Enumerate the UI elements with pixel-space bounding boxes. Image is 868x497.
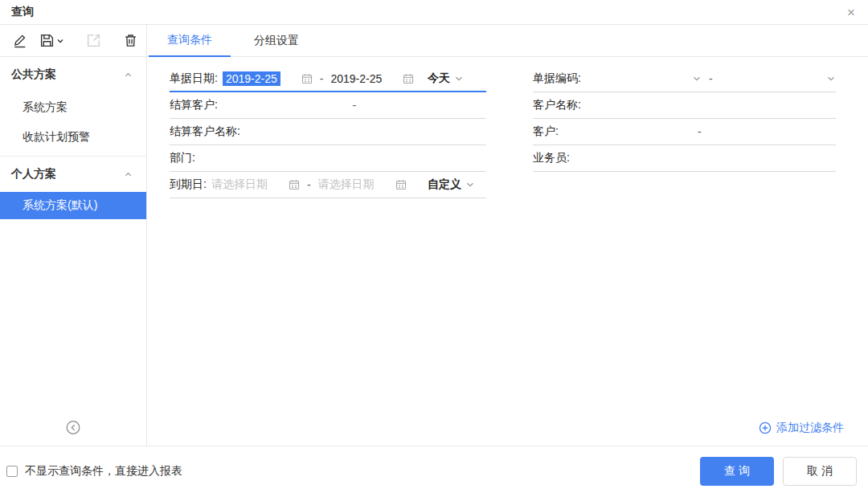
- sidebar-item-collection-plan-warning[interactable]: 收款计划预警: [0, 122, 146, 152]
- field-label: 单据日期:: [170, 71, 218, 86]
- form-row-bill-code: 单据编码: -: [533, 66, 836, 92]
- customer-to-input[interactable]: [709, 119, 836, 145]
- query-condition-form: 单据日期: 2019-2-25 - 2019-2-25: [147, 57, 868, 421]
- field-label: 客户:: [533, 124, 559, 139]
- field-label: 客户名称:: [533, 98, 581, 112]
- field-label: 结算客户:: [170, 98, 218, 112]
- sidebar-item-label: 系统方案(默认): [23, 198, 97, 213]
- chevron-down-icon[interactable]: [454, 74, 464, 84]
- add-filter-row: 添加过滤条件: [147, 421, 868, 446]
- settle-customer-from-input[interactable]: [223, 92, 346, 118]
- add-filter-label: 添加过滤条件: [776, 421, 844, 435]
- bill-date-to-input[interactable]: 2019-2-25: [330, 72, 382, 85]
- tab-group-settings[interactable]: 分组设置: [235, 25, 317, 57]
- tab-query-conditions[interactable]: 查询条件: [149, 25, 231, 57]
- field-label: 单据编码:: [533, 71, 581, 86]
- settle-customer-name-input[interactable]: [245, 119, 486, 145]
- skip-conditions-option[interactable]: 不显示查询条件，直接进入报表: [6, 464, 182, 479]
- sidebar-group-label: 个人方案: [11, 167, 56, 181]
- date-preset-select[interactable]: 今天: [428, 71, 450, 86]
- save-icon[interactable]: [39, 33, 64, 48]
- calendar-icon[interactable]: [403, 73, 414, 84]
- scheme-sidebar: 公共方案 系统方案 收款计划预警 个人方案 系统方案(默认): [0, 25, 147, 446]
- due-date-from-input[interactable]: 请选择日期: [211, 177, 268, 192]
- form-row-due-date: 到期日: 请选择日期 - 请选择日期: [170, 172, 486, 198]
- bill-code-to-select[interactable]: [720, 66, 836, 92]
- range-separator: -: [300, 178, 318, 191]
- form-left-column: 单据日期: 2019-2-25 - 2019-2-25: [170, 66, 486, 198]
- range-separator: -: [313, 72, 331, 85]
- form-row-settle-customer-name: 结算客户名称:: [170, 119, 486, 145]
- dialog-footer: 不显示查询条件，直接进入报表 查 询 取 消: [0, 446, 868, 496]
- sidebar-item-label: 系统方案: [23, 100, 68, 115]
- tab-label: 查询条件: [167, 33, 212, 47]
- range-separator: -: [702, 72, 720, 85]
- form-row-salesman: 业务员:: [533, 145, 836, 172]
- field-label: 部门:: [170, 151, 195, 165]
- range-separator: -: [690, 125, 709, 138]
- bill-code-from-select[interactable]: [586, 66, 702, 92]
- page-title: 查询: [11, 5, 34, 19]
- form-row-customer-name: 客户名称:: [533, 92, 836, 119]
- settle-customer-to-input[interactable]: [363, 92, 486, 118]
- sidebar-item-system-scheme[interactable]: 系统方案: [0, 92, 146, 122]
- calendar-icon[interactable]: [289, 179, 300, 190]
- chevron-down-icon: [56, 37, 64, 45]
- chevron-down-icon[interactable]: [465, 180, 475, 189]
- date-preset-select[interactable]: 自定义: [428, 177, 461, 192]
- form-row-settle-customer: 结算客户: -: [170, 92, 486, 119]
- add-filter-link[interactable]: 添加过滤条件: [759, 421, 844, 435]
- chevron-down-icon[interactable]: [692, 74, 702, 84]
- range-separator: -: [346, 99, 364, 112]
- tab-label: 分组设置: [254, 34, 299, 48]
- field-label: 结算客户名称:: [170, 124, 240, 139]
- customer-from-input[interactable]: [563, 119, 690, 145]
- footer-buttons: 查 询 取 消: [700, 457, 857, 486]
- circle-plus-icon: [759, 422, 772, 434]
- chevron-down-icon[interactable]: [826, 74, 836, 84]
- query-button[interactable]: 查 询: [700, 457, 774, 486]
- tab-bar: 查询条件 分组设置: [147, 25, 868, 57]
- dialog-titlebar: 查询 ×: [0, 0, 868, 25]
- form-row-department: 部门:: [170, 145, 486, 172]
- delete-icon[interactable]: [123, 33, 138, 48]
- form-right-column: 单据编码: -: [533, 66, 836, 172]
- close-icon[interactable]: ×: [847, 6, 855, 19]
- cancel-button[interactable]: 取 消: [783, 457, 857, 486]
- calendar-icon[interactable]: [395, 179, 407, 190]
- edit-icon[interactable]: [12, 33, 27, 48]
- collapse-sidebar-icon[interactable]: [66, 420, 81, 435]
- skip-conditions-checkbox[interactable]: [6, 466, 18, 477]
- customer-name-input[interactable]: [586, 92, 836, 118]
- sidebar-group-public-schemes[interactable]: 公共方案: [0, 57, 146, 92]
- salesman-input[interactable]: [575, 145, 836, 171]
- sidebar-item-system-scheme-default[interactable]: 系统方案(默认): [0, 192, 146, 219]
- export-icon: [86, 33, 101, 48]
- chevron-up-icon: [124, 170, 133, 179]
- query-main-panel: 查询条件 分组设置 单据日期: 2019-2-25: [147, 25, 868, 446]
- sidebar-item-label: 收款计划预警: [23, 130, 90, 145]
- form-row-customer: 客户: -: [533, 119, 836, 145]
- form-row-bill-date: 单据日期: 2019-2-25 - 2019-2-25: [170, 66, 486, 92]
- scheme-toolbar: [0, 25, 146, 57]
- chevron-up-icon: [124, 71, 133, 79]
- field-label: 到期日:: [170, 177, 207, 192]
- due-date-to-input[interactable]: 请选择日期: [318, 177, 375, 192]
- sidebar-group-personal-schemes[interactable]: 个人方案: [0, 157, 146, 192]
- field-label: 业务员:: [533, 151, 570, 165]
- bill-date-from-input[interactable]: 2019-2-25: [223, 71, 280, 86]
- calendar-icon[interactable]: [301, 73, 313, 84]
- sidebar-group-label: 公共方案: [11, 67, 56, 82]
- department-input[interactable]: [200, 145, 486, 171]
- skip-conditions-label: 不显示查询条件，直接进入报表: [25, 464, 182, 479]
